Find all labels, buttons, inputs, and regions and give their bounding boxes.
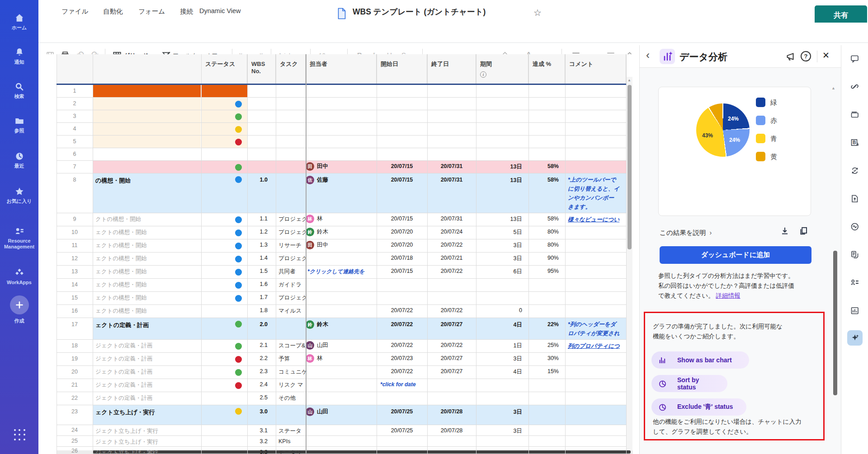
duration-cell[interactable]: 3日 xyxy=(476,242,522,249)
assignee-cell[interactable]: 林林 xyxy=(306,215,376,223)
sparkle-icon[interactable] xyxy=(847,330,863,346)
start-date-cell[interactable]: 20/07/22 xyxy=(377,307,427,314)
primary-cell[interactable]: クトの構想・開始 xyxy=(95,215,200,223)
task-cell[interactable]: プロジェク xyxy=(278,215,307,223)
column-header-5[interactable]: 開始日 xyxy=(377,54,427,85)
status-dot-red[interactable] xyxy=(235,382,242,389)
status-dot-yellow[interactable] xyxy=(235,408,242,415)
table-row[interactable]: 17ェクトの定義・計画2.0鈴鈴木20/07/2220/07/274日22%*列… xyxy=(57,318,626,340)
comment-cell[interactable]: 列のプロパティにつ xyxy=(568,342,626,351)
table-row[interactable]: 9クトの構想・開始1.1プロジェク林林20/07/1520/07/3113日58… xyxy=(57,213,626,226)
table-row[interactable]: 1 xyxy=(57,85,626,98)
table-row[interactable]: 12ェクトの構想・開始1.4プロジェク20/07/1820/07/213日90% xyxy=(57,253,626,266)
start-date-cell[interactable]: 20/07/23 xyxy=(377,355,427,361)
primary-cell[interactable]: ジェクトの定義・計画 xyxy=(95,381,200,389)
percent-cell[interactable]: 90% xyxy=(528,255,559,261)
copy-doc-icon[interactable] xyxy=(850,250,860,260)
assignee-cell[interactable]: 鈴鈴木 xyxy=(306,320,376,329)
suggestion-pill-3[interactable]: Exclude '青' status xyxy=(651,398,746,416)
sidebar-item-folder[interactable]: 参照 xyxy=(0,116,38,134)
help-icon[interactable]: ? xyxy=(801,51,811,61)
wbs-cell[interactable]: 2.0 xyxy=(247,321,273,328)
wbs-cell[interactable]: 1.0 xyxy=(247,177,273,183)
column-header-8[interactable]: 達成 % xyxy=(528,54,565,85)
close-icon[interactable]: ✕ xyxy=(822,50,830,61)
comment-cell[interactable]: 様々なビューについ xyxy=(568,215,626,224)
duration-cell[interactable]: 13日 xyxy=(476,163,522,171)
frozen-pane-divider[interactable] xyxy=(306,54,307,454)
assignee-cell[interactable]: 田田中 xyxy=(306,241,376,249)
duration-cell[interactable]: 1日 xyxy=(476,342,522,350)
panel-scroll-thumb[interactable] xyxy=(833,251,837,395)
wbs-cell[interactable]: 1.7 xyxy=(247,294,273,300)
status-dot-blue[interactable] xyxy=(235,269,242,276)
table-row[interactable]: 15ェクトの構想・開始1.7プロジェク xyxy=(57,292,626,305)
end-date-cell[interactable]: 20/07/28 xyxy=(427,427,476,434)
duration-cell[interactable]: 3日 xyxy=(476,408,522,416)
wbs-cell[interactable]: 3.0 xyxy=(247,408,273,415)
start-date-cell[interactable]: 20/07/22 xyxy=(377,321,427,328)
menu-4[interactable]: 接続 xyxy=(180,7,193,16)
sidebar-item-clock[interactable]: 最近 xyxy=(0,151,38,169)
start-date-cell[interactable]: 20/07/20 xyxy=(377,242,427,248)
status-dot-blue[interactable] xyxy=(235,243,242,249)
duration-cell[interactable]: 0 xyxy=(476,307,522,314)
end-date-cell[interactable]: 20/07/22 xyxy=(427,307,476,314)
percent-cell[interactable]: 58% xyxy=(528,215,559,222)
start-date-cell[interactable]: 20/07/15 xyxy=(377,268,427,274)
task-cell[interactable]: コミュニケ xyxy=(278,368,307,376)
wbs-cell[interactable]: 3.1 xyxy=(247,427,273,434)
end-date-cell[interactable]: 20/07/22 xyxy=(427,268,476,274)
task-cell[interactable]: 共同者 xyxy=(278,268,307,276)
menu-2[interactable]: 自動化 xyxy=(103,7,123,16)
task-cell[interactable]: ガイドラ xyxy=(278,281,307,289)
primary-cell[interactable]: ジェクトの定義・計画 xyxy=(95,342,200,350)
end-date-cell[interactable]: 20/07/22 xyxy=(427,342,476,348)
menu-1[interactable]: ファイル xyxy=(61,7,88,16)
wbs-cell[interactable]: 2.4 xyxy=(247,381,273,388)
task-cell[interactable]: プロジェク xyxy=(278,229,307,236)
task-cell[interactable]: リサーチ xyxy=(278,242,307,249)
suggestion-pill-2[interactable]: Sort by status xyxy=(651,375,727,392)
status-dot-blue[interactable] xyxy=(235,282,242,289)
end-date-cell[interactable]: 20/07/21 xyxy=(427,255,476,261)
percent-cell[interactable]: 58% xyxy=(528,163,559,169)
end-date-cell[interactable]: 20/07/27 xyxy=(427,321,476,328)
card-icon[interactable] xyxy=(850,110,860,120)
status-dot-blue[interactable] xyxy=(235,216,242,223)
file-upload-icon[interactable] xyxy=(850,194,860,204)
table-row[interactable]: 18ジェクトの定義・計画2.1スコープ&山山田20/07/2220/07/221… xyxy=(57,340,626,353)
wbs-cell[interactable]: 2.5 xyxy=(247,394,273,401)
task-cell[interactable]: プロジェク xyxy=(278,255,307,262)
duration-cell[interactable]: 6日 xyxy=(476,268,522,276)
duration-cell[interactable]: 3日 xyxy=(476,255,522,262)
primary-cell[interactable]: ェクトの構想・開始 xyxy=(95,294,200,302)
table-row[interactable]: 11ェクトの構想・開始1.3リサーチ田田中20/07/2020/07/223日8… xyxy=(57,239,626,253)
primary-cell[interactable]: ェクトの構想・開始 xyxy=(95,268,200,276)
task-cell[interactable]: リスク マ xyxy=(278,381,307,389)
duration-cell[interactable]: 13日 xyxy=(476,215,522,223)
person-list-icon[interactable] xyxy=(850,278,860,288)
table-row[interactable]: 6 xyxy=(57,148,626,161)
primary-cell[interactable]: ジェクト立ち上げ・実行 xyxy=(95,449,200,454)
duration-cell[interactable]: 3日 xyxy=(476,355,522,363)
sidebar-item-people[interactable]: ResourceManagement xyxy=(0,226,38,250)
announcement-icon[interactable] xyxy=(785,51,796,64)
percent-cell[interactable]: 22% xyxy=(528,321,559,328)
table-row[interactable]: 10ェクトの構想・開始1.2プロジェク鈴鈴木20/07/2020/07/245日… xyxy=(57,226,626,239)
start-date-cell[interactable]: 20/07/15 xyxy=(377,177,427,183)
primary-cell[interactable]: ジェクトの定義・計画 xyxy=(95,355,200,363)
percent-cell[interactable]: 25% xyxy=(528,342,559,348)
sidebar-item-apps[interactable]: WorkApps xyxy=(0,267,38,286)
scroll-up-arrow-icon[interactable]: ▲ xyxy=(627,78,631,82)
percent-cell[interactable]: 80% xyxy=(528,229,559,235)
task-cell[interactable]: ステータ xyxy=(278,427,307,435)
favorite-star-icon[interactable]: ☆ xyxy=(533,7,542,18)
add-to-dashboard-button[interactable]: ダッシュボードに追加 xyxy=(660,246,811,264)
primary-cell[interactable]: ェクト立ち上げ・実行 xyxy=(95,408,200,417)
wbs-cell[interactable]: 1.6 xyxy=(247,281,273,287)
learn-more-link[interactable]: 詳細情報 xyxy=(716,292,740,299)
table-row[interactable]: 20ジェクトの定義・計画2.3コミュニケ20/07/2220/07/274日15… xyxy=(57,366,626,379)
column-header-3[interactable]: タスク xyxy=(276,54,306,85)
table-row[interactable]: 4 xyxy=(57,123,626,136)
